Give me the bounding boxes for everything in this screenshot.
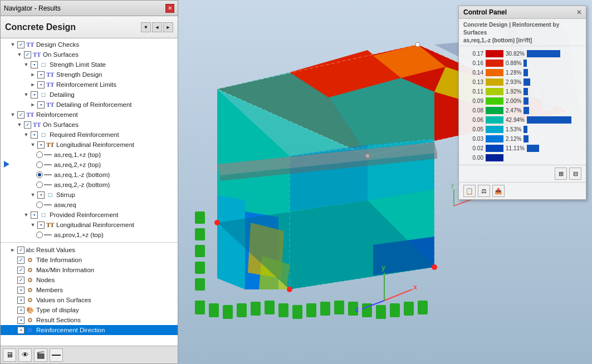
radio-asw-req[interactable]: [36, 201, 43, 208]
cb-values-on-surfaces[interactable]: [17, 297, 25, 304]
tree-item-type-display[interactable]: 🎨 Type of display: [1, 305, 178, 315]
expand-reinforcement[interactable]: ▼: [9, 111, 16, 118]
cb-type-display[interactable]: [17, 307, 25, 314]
tree-item-reinforcement[interactable]: ▼ 𝚻𝚻 Reinforcement: [1, 110, 178, 120]
cb-on-surfaces-2[interactable]: [24, 121, 31, 129]
tree-item-required-reinf[interactable]: ▼ □ Required Reinforcement: [1, 130, 178, 140]
expand-result-sections[interactable]: [9, 317, 16, 323]
expand-on-surfaces-1[interactable]: ▼: [16, 51, 23, 58]
cb-required-reinf[interactable]: [31, 131, 38, 139]
tree-item-detailing[interactable]: ▼ □ Detailing: [1, 90, 178, 100]
tree-item-result-sections[interactable]: ⚙ Result Sections: [1, 315, 178, 325]
cb-long-reinf-2[interactable]: [37, 222, 45, 229]
icon-on-surfaces-2: 𝚻𝚻: [32, 121, 41, 129]
nav-menu-btn[interactable]: ▼: [141, 22, 151, 32]
nav-prev-btn[interactable]: ◄: [152, 22, 162, 32]
expand-long-reinf-2[interactable]: ▼: [30, 222, 36, 228]
legend-pct: 2.00%: [506, 98, 521, 104]
cb-maxmin-info[interactable]: [17, 267, 25, 274]
svg-text:z: z: [355, 306, 359, 313]
tree-item-radio-bot-z1[interactable]: as,req,1,-z (bottom): [1, 170, 178, 180]
tree-item-nodes[interactable]: ⚙ Nodes: [1, 275, 178, 285]
toolbar-btn-view[interactable]: 👁: [18, 348, 32, 362]
cp-icon-grid[interactable]: ⊞: [555, 168, 567, 180]
tree-item-reinf-direction[interactable]: ⚙ Reinforcement Direction: [1, 325, 178, 335]
cp-icon-table[interactable]: ⊟: [569, 168, 581, 180]
radio-prov-top[interactable]: [36, 232, 43, 238]
cp-close-btn[interactable]: ✕: [576, 9, 581, 16]
tree-item-strength-design[interactable]: ► 𝚻𝚻 Strength Design: [1, 70, 178, 80]
expand-strength-limit[interactable]: ▼: [23, 61, 30, 68]
cb-reinf-limits[interactable]: [37, 81, 45, 88]
radio-bot-z2[interactable]: [36, 181, 43, 188]
tree-item-strength-limit[interactable]: ▼ □ Strength Limit State: [1, 60, 178, 70]
cb-title-info[interactable]: [17, 257, 25, 264]
expand-required-reinf[interactable]: ▼: [23, 131, 30, 138]
cb-on-surfaces-1[interactable]: [24, 51, 31, 58]
cb-detailing-reinf[interactable]: [37, 101, 45, 109]
tree-item-radio-prov-top[interactable]: as,prov,1,+z (top): [1, 230, 178, 240]
cp-btn-scale[interactable]: ⚖: [478, 185, 490, 197]
toolbar-btn-line[interactable]: —: [50, 348, 63, 362]
cb-stirrup[interactable]: [37, 191, 45, 199]
icon-design-checks: 𝚻𝚻: [26, 41, 35, 48]
expand-title-info[interactable]: [9, 257, 16, 263]
cp-btn-report[interactable]: 📋: [463, 185, 476, 197]
cb-detailing[interactable]: [31, 91, 38, 99]
cb-result-values[interactable]: [17, 247, 25, 254]
nav-next-btn[interactable]: ►: [163, 22, 173, 32]
tree-item-title-info[interactable]: ⚙ Title Information: [1, 255, 178, 265]
cb-provided-reinf[interactable]: [31, 211, 38, 219]
tree-item-members[interactable]: ⚙ Members: [1, 285, 178, 295]
tree-item-provided-reinf[interactable]: ▼ □ Provided Reinforcement: [1, 210, 178, 220]
expand-reinf-direction[interactable]: [9, 327, 16, 333]
expand-values-on-surfaces[interactable]: [9, 297, 16, 303]
expand-nodes[interactable]: [9, 277, 16, 283]
tree-item-design-checks[interactable]: ▼ 𝚻𝚻 Design Checks: [1, 40, 178, 50]
expand-strength-design[interactable]: ►: [30, 71, 36, 78]
toolbar-btn-display[interactable]: 🖥: [3, 348, 16, 362]
cb-strength-design[interactable]: [37, 71, 45, 78]
expand-provided-reinf[interactable]: ▼: [23, 211, 30, 218]
tree-item-on-surfaces-2[interactable]: ▼ 𝚻𝚻 On Surfaces: [1, 120, 178, 130]
tree-item-radio-top-z1[interactable]: as,req,1,+z (top): [1, 150, 178, 160]
tree-item-radio-top-z2[interactable]: as,req,2,+z (top): [1, 160, 178, 170]
radio-top-z1[interactable]: [36, 151, 43, 158]
expand-long-reinf-1[interactable]: ▼: [30, 141, 36, 148]
expand-result-values[interactable]: ►: [9, 247, 16, 253]
tree-item-maxmin-info[interactable]: ⚙ Max/Min Information: [1, 265, 178, 275]
cb-nodes[interactable]: [17, 277, 25, 284]
tree-item-values-on-surfaces[interactable]: ⚙ Values on Surfaces: [1, 295, 178, 305]
expand-design-checks[interactable]: ▼: [9, 41, 16, 48]
cb-reinforcement[interactable]: [17, 111, 25, 119]
radio-top-z2[interactable]: [36, 161, 43, 168]
tree-item-stirrup[interactable]: ▼ □ Stirrup: [1, 190, 178, 200]
cb-design-checks[interactable]: [17, 41, 25, 48]
expand-detailing[interactable]: ▼: [23, 91, 30, 98]
tree-item-reinf-limits[interactable]: ► 𝚻𝚻 Reinforcement Limits: [1, 80, 178, 90]
cb-strength-limit[interactable]: [31, 61, 38, 68]
tree-item-long-reinf-2[interactable]: ▼ 𝚻𝚻 Longitudinal Reinforcement: [1, 220, 178, 230]
tree-item-on-surfaces-1[interactable]: ▼ 𝚻𝚻 On Surfaces: [1, 50, 178, 60]
expand-stirrup[interactable]: ▼: [30, 191, 36, 198]
tree-item-long-reinf-1[interactable]: ▼ 𝚻𝚻 Longitudinal Reinforcement: [1, 140, 178, 150]
tree-item-result-values[interactable]: ► abc Result Values: [1, 245, 178, 255]
expand-on-surfaces-2[interactable]: ▼: [16, 121, 23, 128]
tree-item-detailing-reinf[interactable]: ► 𝚻𝚻 Detailing of Reinforcement: [1, 100, 178, 110]
cb-members[interactable]: [17, 287, 25, 294]
cb-result-sections[interactable]: [17, 317, 25, 324]
tree-item-radio-bot-z2[interactable]: as,req,2,-z (bottom): [1, 180, 178, 190]
expand-detailing-reinf[interactable]: ►: [30, 101, 36, 108]
tree-item-asw-req[interactable]: asw,req: [1, 200, 178, 210]
expand-maxmin-info[interactable]: [9, 267, 16, 273]
toolbar-btn-render[interactable]: 🎬: [34, 348, 47, 362]
cb-long-reinf-1[interactable]: [37, 141, 45, 149]
cb-reinf-direction[interactable]: [17, 327, 25, 334]
label-radio-bot-z2: as,req,2,-z (bottom): [54, 181, 110, 188]
expand-members[interactable]: [9, 287, 16, 293]
navigator-close[interactable]: ✕: [165, 4, 174, 13]
cp-btn-export[interactable]: 📤: [492, 185, 505, 197]
expand-reinf-limits[interactable]: ►: [30, 81, 36, 88]
radio-bot-z1[interactable]: [36, 171, 43, 178]
expand-type-display[interactable]: [9, 307, 16, 313]
